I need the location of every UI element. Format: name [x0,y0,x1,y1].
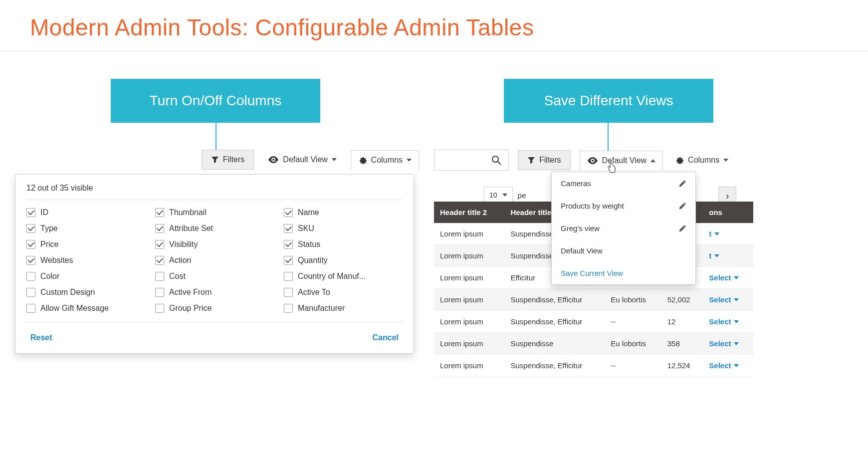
column-option-label: Cost [169,272,186,281]
column-option[interactable]: Cost [155,272,274,281]
gear-icon [675,156,684,165]
view-option[interactable]: Default View [552,239,695,262]
page-size-select[interactable]: 10 [484,187,513,204]
select-action[interactable]: Select [709,361,739,370]
column-header[interactable]: Header title 2 [434,202,504,223]
checkbox[interactable] [284,288,293,297]
column-option[interactable]: Group Price [155,304,274,313]
select-action[interactable]: Select [709,295,739,304]
column-option[interactable]: Active To [284,288,403,297]
checkbox[interactable] [284,224,293,233]
svg-point-3 [592,160,594,162]
default-view-button[interactable]: Default View [265,150,340,169]
pencil-icon[interactable] [678,180,686,188]
column-option[interactable]: Visibility [155,240,274,249]
save-current-view[interactable]: Save Current View [552,262,695,284]
view-option[interactable]: Products by weight [552,195,695,217]
checkbox[interactable] [284,304,293,313]
select-action[interactable]: Select [709,273,739,282]
column-option-label: ID [40,208,48,217]
default-view-button-open[interactable]: Default View [580,151,663,170]
checkbox[interactable] [26,288,35,297]
column-option[interactable]: Thumbnail [155,208,274,217]
gear-icon [358,156,367,165]
search-input[interactable] [434,150,509,171]
table-row: Lorem ipsumSuspendisse, EfficiturEu lobo… [434,289,753,311]
checkbox[interactable] [155,240,164,249]
column-header[interactable]: ons [703,202,753,223]
checkbox[interactable] [155,256,164,265]
checkbox[interactable] [26,304,35,313]
column-option[interactable]: Quantity [284,256,403,265]
checkbox[interactable] [155,224,164,233]
column-option[interactable]: Active From [155,288,274,297]
filters-button[interactable]: Filters [202,150,254,170]
column-option[interactable]: Allow Gift Message [26,304,145,313]
caret-down-icon [407,159,412,162]
column-option-label: Manufacturer [298,304,345,313]
checkbox[interactable] [284,256,293,265]
checkbox[interactable] [155,288,164,297]
column-option[interactable]: Attribute Set [155,224,274,233]
column-option[interactable]: Websites [26,256,145,265]
column-option[interactable]: SKU [284,224,403,233]
columns-button[interactable]: Columns [672,151,731,170]
cell: Lorem ipsum [434,245,504,267]
checkbox[interactable] [26,272,35,281]
select-label: Select [709,361,731,370]
action-cell: Select [703,311,753,333]
page-title: Modern Admin Tools: Configurable Admin T… [0,0,868,51]
column-option[interactable]: Country of Manuf... [284,272,403,281]
checkbox[interactable] [155,304,164,313]
column-option[interactable]: Name [284,208,403,217]
checkbox[interactable] [284,240,293,249]
pencil-icon[interactable] [678,202,686,210]
column-option-label: Action [169,256,191,265]
cell: Eu lobortis [605,289,661,311]
caret-down-icon [502,194,507,197]
filters-button[interactable]: Filters [518,150,571,170]
action-cell: t [703,245,753,267]
callout-views: Save Different Views [504,79,713,123]
reset-link[interactable]: Reset [30,333,52,342]
column-option[interactable]: ID [26,208,145,217]
cell: Lorem ipsum [434,333,504,355]
column-option-label: SKU [298,224,314,233]
column-option[interactable]: Action [155,256,274,265]
column-option-label: Price [40,240,58,249]
column-option[interactable]: Custom Design [26,288,145,297]
checkbox[interactable] [26,256,35,265]
column-option[interactable]: Price [26,240,145,249]
pencil-icon[interactable] [678,225,686,232]
column-option[interactable]: Color [26,272,145,281]
cancel-link[interactable]: Cancel [373,333,399,342]
checkbox[interactable] [26,240,35,249]
cell: Suspendisse [504,333,605,355]
view-option[interactable]: Cameras [552,172,695,195]
select-label: Select [709,339,731,348]
checkbox[interactable] [26,224,35,233]
select-action[interactable]: Select [709,339,739,348]
action-cell: Select [703,289,753,311]
checkbox[interactable] [26,208,35,217]
select-action[interactable]: t [709,251,719,260]
checkbox[interactable] [155,272,164,281]
table-row: Lorem ipsumSuspendisse, Efficitur--12Sel… [434,311,753,333]
filters-label: Filters [539,156,561,165]
select-action[interactable]: t [709,229,719,238]
caret-down-icon [734,298,739,301]
column-option[interactable]: Manufacturer [284,304,403,313]
funnel-icon [211,156,219,164]
column-option[interactable]: Status [284,240,403,249]
column-option-label: Color [40,272,59,281]
checkbox[interactable] [284,208,293,217]
column-option[interactable]: Type [26,224,145,233]
columns-button[interactable]: Columns [351,150,419,170]
view-option[interactable]: Greg's view [552,217,695,239]
column-option-label: Thumbnail [169,208,207,217]
caret-down-icon [332,158,337,161]
select-action[interactable]: Select [709,317,739,326]
chevron-right-icon: › [726,190,729,202]
checkbox[interactable] [284,272,293,281]
checkbox[interactable] [155,208,164,217]
